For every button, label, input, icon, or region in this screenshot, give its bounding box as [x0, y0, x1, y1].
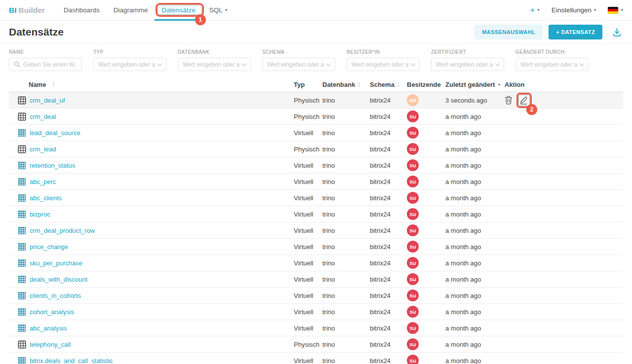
nav-item-label: Dashboards: [64, 6, 100, 14]
edit-button[interactable]: [519, 96, 528, 105]
dataset-name-link[interactable]: crm_deal: [30, 113, 56, 120]
name-cell: clients_in_cohorts: [9, 291, 294, 300]
column-header-db[interactable]: Datenbank▲▼: [322, 81, 370, 88]
virtual-dataset-icon: [18, 291, 26, 300]
sort-icon: ▲▼: [397, 82, 400, 87]
name-cell: cohort_analysis: [9, 308, 294, 316]
owner-cell: SU: [407, 355, 445, 364]
last-modified: a month ago: [445, 194, 505, 202]
name-cell: crm_lead: [9, 145, 294, 153]
virtual-dataset-icon: [18, 308, 26, 316]
chevron-down-icon: [411, 61, 416, 66]
dataset-type: Physisch: [294, 146, 322, 153]
owner-cell: SU: [407, 208, 445, 220]
table-row: abc_clients Virtuell trino bitrix24 SU a…: [9, 190, 623, 206]
search-input[interactable]: [23, 61, 77, 68]
export-button[interactable]: [611, 26, 623, 38]
dataset-name-link[interactable]: abc_clients: [30, 194, 62, 202]
column-header-action: Aktion: [505, 81, 623, 88]
dataset-name-link[interactable]: retention_status: [30, 162, 76, 169]
dataset-name-link[interactable]: deals_with_discount: [30, 276, 87, 283]
last-modified: a month ago: [445, 146, 505, 153]
dataset-name-link[interactable]: crm_lead: [30, 146, 56, 153]
filter-select[interactable]: Wert eingeben oder a...: [262, 58, 335, 71]
dataset-name-link[interactable]: bizproc: [30, 211, 50, 218]
language-menu-button[interactable]: [608, 7, 623, 14]
nav-item-dashboards[interactable]: Dashboards: [64, 0, 100, 20]
owner-avatar: MR: [407, 94, 419, 106]
table-row: retention_status Virtuell trino bitrix24…: [9, 157, 623, 174]
bulk-select-button[interactable]: MASSENAUSWAHL: [474, 25, 543, 39]
dataset-schema: bitrix24: [370, 341, 407, 348]
owner-cell: SU: [407, 338, 445, 350]
dataset-name-link[interactable]: crm_deal_uf: [30, 97, 65, 104]
owner-avatar: SU: [407, 110, 419, 122]
edit-wrap: 2: [519, 96, 528, 105]
dataset-database: trino: [322, 276, 370, 283]
dataset-name-link[interactable]: lead_deal_source: [30, 129, 80, 137]
add-dataset-button[interactable]: + DATENSATZ: [549, 25, 602, 39]
dataset-type: Physisch: [294, 113, 322, 120]
last-modified: a month ago: [445, 129, 505, 137]
table-row: bitrix.deals_and_call_statistic Virtuell…: [9, 353, 623, 364]
new-menu-button[interactable]: +: [530, 6, 539, 14]
dataset-name-link[interactable]: abc_perc: [30, 178, 56, 185]
name-cell: abc_analysis: [9, 324, 294, 332]
nav-item-datens-tze[interactable]: Datensätze 1: [161, 0, 195, 20]
dataset-name-link[interactable]: cohort_analysis: [30, 308, 74, 316]
dataset-name-link[interactable]: bitrix.deals_and_call_statistic: [30, 357, 113, 364]
settings-menu-button[interactable]: Einstellungen: [552, 6, 596, 14]
app-logo[interactable]: BI Builder: [9, 0, 45, 20]
owner-cell: SU: [407, 322, 445, 334]
dataset-name-link[interactable]: abc_analysis: [30, 325, 67, 332]
nav-item-sql[interactable]: SQL: [209, 0, 228, 20]
last-modified: a month ago: [445, 178, 505, 185]
dataset-type: Virtuell: [294, 308, 322, 316]
last-modified: a month ago: [445, 162, 505, 169]
owner-cell: SU: [407, 290, 445, 301]
delete-button[interactable]: [505, 96, 513, 105]
table-row: sku_per_purchase Virtuell trino bitrix24…: [9, 255, 623, 271]
dataset-schema: bitrix24: [370, 357, 407, 364]
owner-avatar: SU: [407, 127, 419, 139]
dataset-type: Virtuell: [294, 162, 322, 169]
dataset-schema: bitrix24: [370, 97, 407, 104]
name-cell: abc_perc: [9, 178, 294, 186]
dataset-name-link[interactable]: telephony_call: [30, 341, 71, 348]
dataset-name-link[interactable]: clients_in_cohorts: [30, 292, 81, 299]
dataset-database: trino: [322, 113, 370, 120]
owner-avatar: SU: [407, 208, 419, 220]
filter-select[interactable]: Wert eingeben oder a...: [431, 58, 504, 71]
name-cell: crm_deal_uf: [9, 96, 294, 105]
dataset-database: trino: [322, 162, 370, 169]
dataset-schema: bitrix24: [370, 308, 407, 316]
dataset-type: Virtuell: [294, 357, 322, 364]
dataset-name-link[interactable]: price_change: [30, 243, 68, 251]
last-modified: a month ago: [445, 113, 505, 120]
dataset-schema: bitrix24: [370, 276, 407, 283]
dataset-name-link[interactable]: sku_per_purchase: [30, 259, 82, 267]
column-header-name[interactable]: Name▲▼: [9, 81, 294, 88]
nav-item-diagramme[interactable]: Diagramme: [114, 0, 148, 20]
virtual-dataset-icon: [18, 226, 26, 235]
filter-name: NAME: [9, 49, 82, 71]
virtual-dataset-icon: [18, 194, 26, 202]
last-modified: a month ago: [445, 341, 505, 348]
dataset-database: trino: [322, 292, 370, 299]
dataset-type: Virtuell: [294, 325, 322, 332]
page-header: Datensätze MASSENAUSWAHL + DATENSATZ: [0, 21, 632, 44]
filter-select[interactable]: Wert eingeben oder a...: [178, 58, 251, 71]
dataset-database: trino: [322, 341, 370, 348]
column-header-modified[interactable]: Zuletzt geändert▲▼: [445, 81, 505, 88]
dataset-type: Virtuell: [294, 211, 322, 218]
dataset-name-link[interactable]: crm_deal_product_row: [30, 227, 95, 234]
column-header-schema[interactable]: Schema▲▼: [370, 81, 407, 88]
filter-select[interactable]: Wert eingeben oder a...: [347, 58, 420, 71]
column-label: Besitzende: [407, 81, 441, 88]
filter-select[interactable]: Wert eingeben oder a...: [93, 58, 166, 71]
filter-select[interactable]: Wert eingeben oder a...: [515, 58, 589, 71]
chevron-down-icon: [158, 61, 162, 66]
filter-bar: NAME TYP Wert eingeben oder a... DATENBA…: [0, 44, 632, 71]
dataset-schema: bitrix24: [370, 227, 407, 234]
dataset-database: trino: [322, 357, 370, 364]
